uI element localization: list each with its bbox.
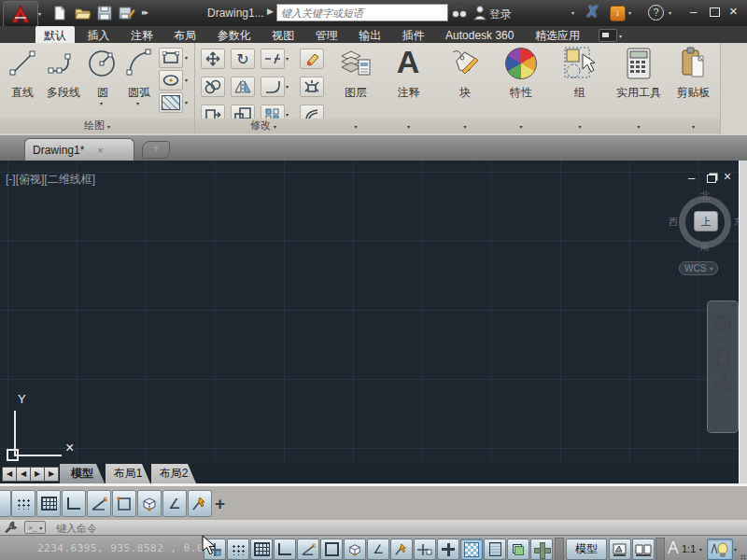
utilities-panel-footer[interactable]: ▾ [611, 119, 667, 133]
zoom-caret-icon[interactable]: ▾ [720, 398, 724, 405]
3d-object-snap-button[interactable] [344, 539, 366, 560]
wheel-caret-icon[interactable]: ▾ [720, 335, 724, 343]
explode-button[interactable] [300, 77, 324, 97]
circle-button[interactable] [86, 47, 120, 82]
pan-hand-icon[interactable] [713, 346, 732, 371]
rotate-button[interactable]: ↻ [231, 49, 255, 69]
tab-first-button[interactable]: ◀ [2, 467, 17, 482]
fillet-caret-icon[interactable]: ▾ [286, 84, 289, 90]
clipboard-panel-footer[interactable]: ▾ [667, 119, 720, 133]
draw-panel-footer[interactable]: 绘图 ▾ [0, 119, 194, 133]
dynamic-ucs-button[interactable] [390, 539, 413, 560]
title-expand-icon[interactable]: ▶ [267, 7, 274, 16]
app-menu-caret-icon[interactable]: ▾ [38, 11, 41, 17]
layers-panel-footer[interactable]: ▾ [331, 119, 380, 133]
hatch-caret-icon[interactable]: ▾ [185, 100, 188, 105]
updates-caret-icon[interactable]: ▾ [628, 10, 631, 16]
viewport-restore-icon[interactable] [707, 175, 716, 183]
grid-display-button[interactable] [250, 539, 273, 560]
ellipse-button[interactable] [159, 70, 183, 91]
open-drawing-icon[interactable] [75, 6, 91, 21]
modify-panel-footer[interactable]: 修改 ▾ [195, 119, 331, 133]
utilities-button[interactable] [625, 47, 653, 84]
tab-last-button[interactable]: ▶ [44, 467, 59, 482]
toolbar-polar-button[interactable] [87, 490, 111, 517]
new-tab-button[interactable]: + [142, 141, 170, 159]
array-caret-icon[interactable]: ▾ [286, 112, 289, 118]
tab-next-button[interactable]: ▶ [30, 467, 45, 482]
command-badge[interactable]: >_ ▾ [24, 521, 46, 534]
object-snap-tracking-button[interactable]: ∠ [367, 539, 389, 560]
viewcube-west[interactable]: 西 [669, 216, 678, 229]
polyline-button[interactable] [43, 47, 84, 82]
annotation-scale-caret-icon[interactable]: ▾ [699, 547, 702, 553]
user-icon[interactable] [472, 5, 487, 24]
toolbar-3dosnap-button[interactable] [137, 490, 162, 517]
ribbon-toggle-caret-icon[interactable]: ▾ [619, 34, 622, 39]
fillet-button[interactable] [261, 77, 285, 97]
annotation-button[interactable]: A [391, 43, 425, 80]
rectangle-caret-icon[interactable]: ▾ [185, 55, 188, 61]
viewcube-top-face[interactable]: 上 [694, 211, 718, 231]
mirror-button[interactable] [231, 77, 255, 97]
close-button[interactable]: × [729, 5, 738, 17]
search-input[interactable] [276, 4, 448, 21]
help-caret-icon[interactable]: ▾ [669, 10, 671, 16]
viewcube-south[interactable]: 南 [700, 241, 710, 254]
viewport-controls-label[interactable]: [-][俯视][二维线框] [6, 172, 95, 188]
properties-panel-footer[interactable]: ▾ [493, 119, 549, 133]
ribbon-display-toggle[interactable] [599, 29, 617, 42]
object-snap-button[interactable] [320, 539, 343, 560]
move-button[interactable] [201, 49, 225, 69]
help-icon[interactable]: ? [648, 5, 664, 21]
snap-mode-button[interactable] [227, 539, 249, 560]
layers-button[interactable] [339, 47, 373, 84]
properties-button[interactable] [505, 48, 537, 83]
clipped-toolbar-button[interactable] [0, 490, 11, 517]
navbar-close-icon[interactable]: × [729, 302, 735, 313]
annotation-panel-footer[interactable]: ▾ [380, 119, 437, 133]
status-menu-caret-icon[interactable]: ▾ [734, 547, 737, 553]
circle-caret-icon[interactable]: ▾ [100, 101, 103, 106]
group-panel-footer[interactable]: ▾ [549, 119, 611, 133]
layout1-tab[interactable]: 布局1 [106, 464, 150, 483]
command-line[interactable]: >_ ▾ 键入命令 [0, 520, 747, 535]
signin-caret-icon[interactable]: ▾ [571, 10, 574, 16]
toolbar-ortho-button[interactable] [62, 490, 86, 517]
toolbar-snap-point-icon[interactable]: + [215, 494, 225, 514]
resize-grip[interactable] [740, 554, 746, 560]
minimize-button[interactable]: – [690, 6, 697, 18]
erase-button[interactable] [300, 49, 324, 69]
steering-wheel-icon[interactable] [713, 315, 732, 337]
ortho-mode-button[interactable] [274, 539, 296, 560]
coordinates-readout[interactable]: 2234.6395, 935.8582 , 0.0000 [37, 542, 223, 554]
toolbar-dyninput-button[interactable] [188, 490, 212, 517]
navbar-expand-chevron-icon[interactable]: » [715, 413, 726, 418]
annotation-monitor-button[interactable] [530, 539, 553, 560]
copy-button[interactable] [201, 77, 225, 97]
arc-caret-icon[interactable]: ▾ [136, 101, 139, 106]
viewcube-north[interactable]: 北 [700, 189, 710, 203]
search-binoculars-icon[interactable] [451, 5, 468, 23]
lineweight-button[interactable] [437, 539, 459, 560]
wcs-dropdown[interactable]: WCS ▾ [679, 261, 718, 275]
polar-tracking-button[interactable] [297, 539, 319, 560]
annotation-visibility-button[interactable] [707, 539, 733, 560]
save-as-icon[interactable] [119, 6, 134, 21]
hatch-button[interactable] [159, 92, 183, 113]
annotation-scale-value[interactable]: 1:1 [682, 543, 696, 554]
sign-in-button[interactable]: 登录 [489, 7, 512, 22]
toolbar-otrack-button[interactable]: ∠ [162, 490, 187, 517]
viewport-minimize-icon[interactable]: – [688, 172, 695, 184]
model-space-button[interactable]: 模型 [566, 539, 607, 560]
save-icon[interactable] [97, 6, 113, 21]
line-button[interactable] [4, 47, 41, 82]
viewport-close-icon[interactable]: × [724, 171, 731, 183]
tab-prev-button[interactable]: ◀ [16, 467, 31, 482]
file-tab-close-icon[interactable]: × [97, 145, 103, 156]
block-button[interactable] [448, 47, 482, 84]
arc-button[interactable] [121, 47, 157, 82]
dynamic-input-button[interactable] [414, 539, 436, 560]
block-panel-footer[interactable]: ▾ [437, 119, 493, 133]
quick-properties-button[interactable] [484, 539, 506, 560]
